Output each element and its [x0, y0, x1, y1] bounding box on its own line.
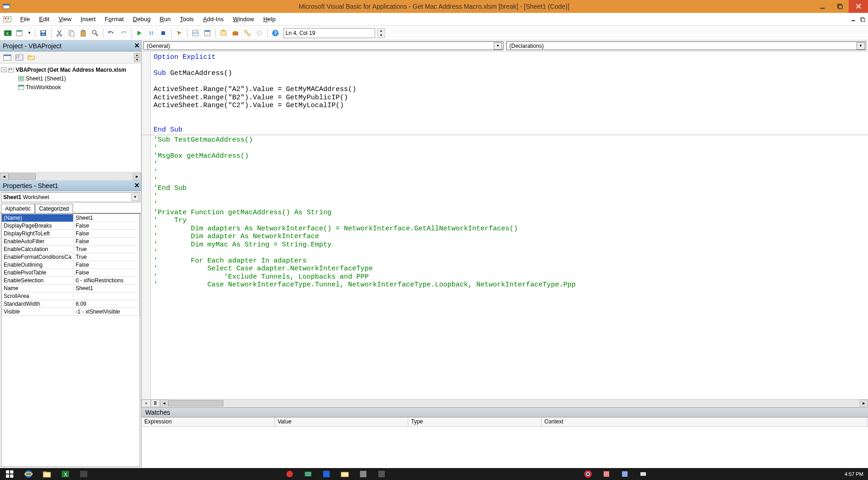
toggle-folders-icon[interactable] — [27, 53, 36, 62]
view-excel-button[interactable]: X — [3, 28, 13, 38]
property-row[interactable]: NameSheet1 — [2, 285, 140, 292]
taskbar-excel-icon[interactable]: X — [56, 468, 74, 480]
property-value[interactable] — [74, 292, 140, 300]
tree-item-workbook[interactable]: ThisWorkbook — [1, 83, 140, 91]
bookmarks-button[interactable] — [254, 28, 264, 38]
copy-button[interactable] — [66, 28, 76, 38]
scroll-left-icon[interactable]: ◄ — [0, 173, 8, 180]
properties-object-combo[interactable]: Sheet1 Worksheet ▼ — [1, 192, 140, 202]
property-row[interactable]: (Name)Sheet1 — [2, 214, 140, 222]
maximize-button[interactable] — [831, 0, 849, 13]
tree-item-sheet1[interactable]: Sheet1 (Sheet1) — [1, 74, 140, 83]
break-button[interactable] — [146, 28, 156, 38]
menu-file[interactable]: File — [17, 14, 34, 24]
insert-dropdown-icon[interactable]: ▼ — [27, 31, 32, 35]
watch-col-type[interactable]: Type — [408, 417, 542, 426]
tab-categorized[interactable]: Categorized — [35, 204, 73, 213]
property-value[interactable]: False — [74, 230, 140, 238]
property-row[interactable]: ScrollArea — [2, 292, 140, 300]
property-row[interactable]: StandardWidth8.09 — [2, 300, 140, 308]
property-value[interactable]: False — [74, 238, 140, 246]
toolbar-spinner[interactable]: ▲▼ — [377, 28, 385, 38]
project-scroll-spin[interactable]: ▲▼ — [134, 53, 140, 62]
project-explorer-button[interactable] — [190, 28, 200, 38]
property-row[interactable]: DisplayRightToLeftFalse — [2, 230, 140, 238]
cut-button[interactable] — [54, 28, 64, 38]
property-value[interactable]: False — [74, 222, 140, 230]
watches-body[interactable] — [142, 427, 868, 468]
taskbar[interactable]: X 4:57 PM — [0, 468, 868, 480]
collapse-icon[interactable]: − — [1, 67, 6, 72]
scroll-right-icon[interactable]: ► — [860, 400, 868, 407]
taskbar-ie-icon[interactable] — [19, 468, 38, 480]
mdi-minimize-button[interactable] — [851, 17, 857, 22]
mdi-restore-button[interactable] — [860, 17, 866, 22]
taskbar-clock[interactable]: 4:57 PM — [840, 471, 868, 477]
property-row[interactable]: EnableFormatConditionsCaTrue — [2, 253, 140, 261]
property-value[interactable]: True — [74, 253, 140, 261]
scroll-left-icon[interactable]: ◄ — [160, 400, 168, 407]
reset-button[interactable] — [158, 28, 168, 38]
help-button[interactable]: ? — [270, 28, 280, 38]
run-button[interactable] — [134, 28, 144, 38]
code-editor[interactable]: Option Explicit Sub GetMacAddress() Acti… — [142, 51, 868, 399]
menu-run[interactable]: Run — [156, 14, 174, 24]
start-button[interactable] — [0, 468, 19, 480]
property-row[interactable]: EnablePivotTableFalse — [2, 269, 140, 277]
property-value[interactable]: Sheet1 — [74, 285, 140, 292]
view-object-icon[interactable] — [15, 53, 24, 62]
combo-arrow-icon[interactable]: ▼ — [494, 42, 502, 50]
watch-col-context[interactable]: Context — [542, 417, 868, 426]
properties-close-button[interactable]: × — [134, 181, 139, 190]
property-row[interactable]: DisplayPageBreaksFalse — [2, 222, 140, 230]
save-button[interactable] — [38, 28, 48, 38]
property-row[interactable]: EnableAutoFilterFalse — [2, 238, 140, 246]
taskbar-app4-icon[interactable] — [317, 468, 336, 480]
menu-window[interactable]: Window — [229, 14, 257, 24]
property-value[interactable]: 8.09 — [74, 300, 140, 308]
property-value[interactable]: False — [74, 269, 140, 277]
menu-view[interactable]: View — [55, 14, 75, 24]
object-browser-button[interactable] — [218, 28, 228, 38]
redo-button[interactable] — [118, 28, 128, 38]
project-close-button[interactable]: × — [134, 41, 139, 51]
menu-tools[interactable]: Tools — [176, 14, 197, 24]
insert-module-button[interactable] — [15, 28, 25, 38]
procedure-combo[interactable]: (Declarations) ▼ — [506, 41, 866, 50]
taskbar-app8-icon[interactable] — [616, 468, 634, 480]
taskbar-chrome-icon[interactable] — [579, 468, 597, 480]
tab-alphabetic[interactable]: Alphabetic — [1, 204, 35, 213]
taskbar-app9-icon[interactable] — [634, 468, 652, 480]
combo-arrow-icon[interactable]: ▼ — [857, 42, 865, 50]
taskbar-app5-icon[interactable] — [354, 468, 372, 480]
menu-addins[interactable]: Add-Ins — [200, 14, 228, 24]
menu-debug[interactable]: Debug — [129, 14, 154, 24]
design-mode-button[interactable] — [174, 28, 184, 38]
scroll-right-icon[interactable]: ► — [133, 173, 141, 180]
project-tree[interactable]: − VBAProject (Get Mac Address Macro.xlsm… — [0, 63, 141, 172]
project-root-row[interactable]: − VBAProject (Get Mac Address Macro.xlsm — [1, 65, 140, 74]
paste-button[interactable] — [78, 28, 88, 38]
minimize-button[interactable] — [814, 0, 831, 13]
property-row[interactable]: EnableOutliningFalse — [2, 261, 140, 269]
scroll-thumb[interactable] — [168, 400, 223, 406]
object-combo[interactable]: (General) ▼ — [143, 41, 503, 50]
property-row[interactable]: Visible-1 - xlSheetVisible — [2, 308, 140, 316]
menu-help[interactable]: Help — [260, 14, 280, 24]
procedure-view-button[interactable]: ≡ — [142, 400, 151, 407]
property-value[interactable]: False — [74, 261, 140, 269]
property-value[interactable]: 0 - xlNoRestrictions — [74, 277, 140, 285]
menu-format[interactable]: Format — [101, 14, 127, 24]
scroll-thumb[interactable] — [8, 173, 36, 180]
property-value[interactable]: True — [74, 246, 140, 253]
taskbar-app-icon[interactable] — [74, 468, 93, 480]
property-value[interactable]: Sheet1 — [74, 214, 140, 222]
find-button[interactable] — [90, 28, 100, 38]
view-code-icon[interactable] — [3, 53, 12, 62]
full-module-view-button[interactable]: ≣ — [151, 400, 160, 407]
taskbar-app7-icon[interactable] — [597, 468, 616, 480]
property-value[interactable]: -1 - xlSheetVisible — [74, 308, 140, 316]
watch-col-expression[interactable]: Expression — [142, 417, 275, 426]
property-row[interactable]: EnableSelection0 - xlNoRestrictions — [2, 277, 140, 285]
undo-button[interactable] — [106, 28, 116, 38]
